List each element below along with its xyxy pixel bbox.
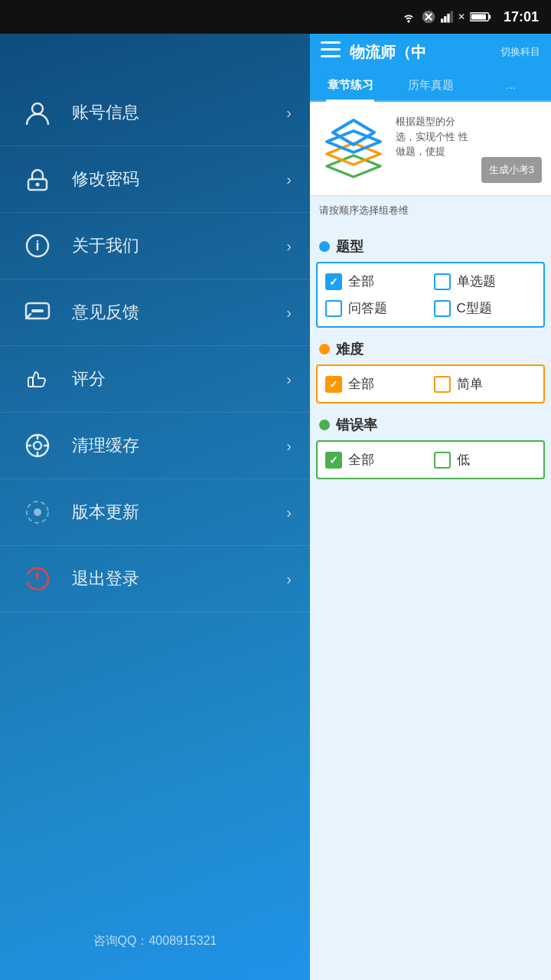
sidebar-item-update-arrow: ›	[286, 504, 292, 521]
sidebar-item-about-label: 关于我们	[72, 234, 286, 257]
signal-icon	[441, 11, 456, 23]
instruction-text: 请按顺序选择组卷维	[310, 196, 551, 225]
sidebar-item-account[interactable]: 账号信息 ›	[0, 80, 310, 146]
sidebar-item-password-label: 修改密码	[72, 168, 286, 191]
label-all-type: 全部	[348, 273, 428, 290]
sidebar-item-feedback[interactable]: 意见反馈 ›	[0, 279, 310, 346]
sidebar-item-rate-arrow: ›	[286, 371, 292, 388]
about-icon: i	[18, 227, 57, 265]
svg-rect-8	[488, 15, 491, 18]
options-row-difficulty-1: 全部 简单	[325, 375, 536, 393]
options-row-type-1: 全部 单选题	[325, 273, 536, 290]
update-icon	[18, 493, 57, 531]
svg-rect-3	[441, 19, 443, 23]
svg-point-18	[34, 442, 41, 449]
label-c-type: C型题	[457, 299, 536, 317]
svg-rect-27	[321, 41, 341, 44]
sidebar-item-password-arrow: ›	[286, 171, 292, 188]
checkbox-easy[interactable]	[434, 376, 451, 393]
right-panel: 物流师（中 切换科目 章节练习 历年真题 ...	[310, 34, 551, 980]
options-box-error: 全部 低	[316, 440, 545, 479]
sidebar-item-about[interactable]: i 关于我们 ›	[0, 213, 310, 279]
battery-icon	[470, 11, 491, 23]
section-error-rate-header: 错误率	[310, 410, 551, 440]
svg-rect-9	[471, 15, 486, 20]
sidebar-item-logout-label: 退出登录	[72, 567, 286, 590]
label-easy: 简单	[457, 375, 536, 393]
label-single-choice: 单选题	[457, 273, 536, 290]
checkbox-all-diff[interactable]	[325, 376, 342, 393]
status-icons: ✕	[401, 9, 491, 24]
block-icon	[421, 9, 436, 24]
rate-icon	[18, 360, 57, 398]
sidebar-item-feedback-label: 意见反馈	[72, 301, 286, 324]
cache-icon	[18, 426, 57, 465]
password-icon	[18, 160, 57, 198]
tab-chapter[interactable]: 章节练习	[310, 70, 390, 100]
sidebar-item-logout[interactable]: 退出登录 ›	[0, 546, 310, 612]
section-error-rate: 错误率 全部 低	[310, 410, 551, 479]
tab-history[interactable]: 历年真题	[390, 70, 471, 100]
sidebar-item-about-arrow: ›	[286, 237, 292, 255]
wifi-icon	[401, 11, 416, 23]
feedback-icon	[18, 293, 57, 332]
sidebar-item-update[interactable]: 版本更新 ›	[0, 479, 310, 546]
section-title-difficulty: 难度	[336, 340, 364, 358]
section-question-type: 题型 全部 单选题 问答题 C型题	[310, 231, 551, 328]
hamburger-icon[interactable]	[321, 41, 341, 63]
checkbox-c-type[interactable]	[434, 300, 451, 317]
checkbox-qa[interactable]	[325, 300, 342, 317]
sidebar-item-rate[interactable]: 评分 ›	[0, 346, 310, 413]
section-dot-difficulty	[319, 344, 330, 354]
svg-rect-4	[444, 16, 446, 22]
tab-more[interactable]: ...	[471, 70, 551, 100]
options-box-type: 全部 单选题 问答题 C型题	[316, 262, 545, 328]
checkbox-all-type[interactable]	[325, 273, 342, 290]
banner-area: 根据题型的分 选，实现个性 性做题，使提 生成小考3	[310, 102, 551, 196]
main-content: 根据题型的分 选，实现个性 性做题，使提 生成小考3 请按顺序选择组卷维 题型 …	[310, 102, 551, 980]
sidebar-item-password[interactable]: 修改密码 ›	[0, 146, 310, 213]
section-question-type-header: 题型	[310, 231, 551, 262]
app-tabs: 章节练习 历年真题 ...	[310, 70, 551, 102]
svg-rect-29	[321, 55, 341, 57]
options-row-type-2: 问答题 C型题	[325, 299, 536, 317]
options-row-error-1: 全部 低	[325, 451, 536, 469]
banner-text: 根据题型的分 选，实现个性 性做题，使提	[396, 114, 474, 159]
layers-logo	[319, 114, 388, 183]
section-title-error: 错误率	[336, 416, 377, 434]
sidebar-item-rate-label: 评分	[72, 368, 286, 390]
sidebar: 账号信息 › 修改密码 › i 关于我们 ›	[0, 34, 310, 980]
svg-rect-28	[321, 48, 341, 51]
svg-point-12	[36, 183, 40, 187]
status-bar: ✕ 17:01	[0, 0, 551, 34]
sidebar-item-cache-label: 清理缓存	[72, 434, 286, 457]
app-subtitle[interactable]: 切换科目	[500, 45, 540, 59]
app-title: 物流师（中	[350, 42, 491, 63]
sidebar-footer: 咨询QQ：4008915321	[0, 933, 310, 949]
sidebar-item-cache[interactable]: 清理缓存 ›	[0, 413, 310, 479]
section-difficulty: 难度 全部 简单	[310, 334, 551, 403]
options-box-difficulty: 全部 简单	[316, 364, 545, 403]
sidebar-item-account-label: 账号信息	[72, 101, 286, 124]
generate-button[interactable]: 生成小考3	[481, 157, 542, 183]
checkbox-low[interactable]	[434, 452, 451, 469]
label-all-err: 全部	[348, 451, 428, 469]
section-dot-error	[319, 420, 330, 430]
x-icon: ✕	[458, 11, 465, 22]
svg-text:i: i	[35, 238, 39, 253]
sidebar-item-feedback-arrow: ›	[286, 304, 292, 322]
svg-point-24	[34, 508, 41, 516]
svg-rect-5	[447, 14, 449, 23]
svg-point-10	[32, 103, 43, 114]
checkbox-all-err[interactable]	[325, 452, 342, 469]
section-dot-type	[319, 241, 330, 252]
app-header-top: 物流师（中 切换科目	[310, 34, 551, 70]
sidebar-item-cache-arrow: ›	[286, 437, 292, 455]
sidebar-item-account-arrow: ›	[286, 104, 292, 122]
app-header: 物流师（中 切换科目 章节练习 历年真题 ...	[310, 34, 551, 102]
status-time: 17:01	[504, 9, 539, 25]
sidebar-item-update-label: 版本更新	[72, 501, 286, 524]
checkbox-single-choice[interactable]	[434, 273, 451, 290]
account-icon	[18, 93, 57, 132]
label-all-diff: 全部	[348, 375, 428, 393]
